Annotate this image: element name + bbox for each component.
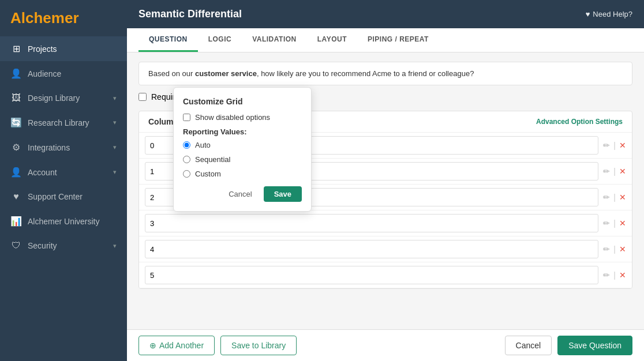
sidebar-item-account[interactable]: 👤 Account ▾ bbox=[0, 160, 127, 185]
sidebar-item-label: Design Library bbox=[28, 93, 107, 103]
university-icon: 📊 bbox=[10, 216, 22, 227]
chevron-icon: ▾ bbox=[113, 119, 117, 126]
sidebar-item-security[interactable]: 🛡 Security ▾ bbox=[0, 234, 127, 258]
radio-sequential[interactable] bbox=[183, 156, 190, 163]
delete-icon[interactable]: ✕ bbox=[619, 193, 626, 202]
chevron-icon: ▾ bbox=[113, 95, 117, 102]
edit-icon[interactable]: ✏ bbox=[603, 245, 610, 254]
cg-radio-auto: Auto bbox=[183, 141, 302, 149]
cg-save-button[interactable]: Save bbox=[264, 186, 302, 202]
need-help-button[interactable]: ♥ Need Help? bbox=[586, 10, 632, 18]
col-input-3[interactable] bbox=[145, 214, 598, 232]
sidebar-item-label: Alchemer University bbox=[28, 217, 117, 226]
sidebar-item-label: Audience bbox=[28, 69, 117, 78]
radio-sequential-label: Sequential bbox=[195, 155, 230, 164]
col-row-4: ✏ | ✕ bbox=[139, 236, 632, 262]
radio-auto-label: Auto bbox=[195, 141, 211, 149]
heart-icon: ♥ bbox=[586, 10, 590, 18]
separator-icon: | bbox=[613, 219, 616, 228]
col-actions-3: ✏ | ✕ bbox=[603, 219, 626, 228]
separator-icon: | bbox=[613, 193, 616, 202]
sidebar-item-label: Support Center bbox=[28, 192, 117, 201]
radio-auto[interactable] bbox=[183, 141, 190, 149]
chevron-icon: ▾ bbox=[113, 144, 117, 151]
cg-radio-custom: Custom bbox=[183, 170, 302, 178]
sidebar-item-label: Integrations bbox=[28, 143, 107, 152]
edit-icon[interactable]: ✏ bbox=[603, 270, 610, 280]
sidebar-item-label: Research Library bbox=[28, 118, 107, 127]
app-logo: Alchemer bbox=[0, 0, 127, 36]
separator-icon: | bbox=[613, 141, 616, 150]
sd-tabs: QUESTION LOGIC VALIDATION LAYOUT PIPING … bbox=[127, 28, 644, 52]
cg-title: Customize Grid bbox=[183, 97, 302, 106]
design-library-icon: 🖼 bbox=[10, 93, 22, 103]
separator-icon: | bbox=[613, 167, 616, 176]
separator-icon: | bbox=[613, 245, 616, 254]
sidebar-nav: ⊞ Projects 👤 Audience 🖼 Design Library ▾… bbox=[0, 36, 127, 361]
require-checkbox[interactable] bbox=[138, 93, 147, 101]
advanced-option-settings-link[interactable]: Advanced Option Settings bbox=[536, 118, 623, 126]
sd-tab-layout[interactable]: LAYOUT bbox=[307, 28, 357, 52]
separator-icon: | bbox=[613, 270, 616, 280]
sd-cancel-button[interactable]: Cancel bbox=[505, 336, 552, 355]
show-disabled-label: Show disabled options bbox=[195, 113, 270, 122]
sidebar-item-support-center[interactable]: ♥ Support Center bbox=[0, 185, 127, 209]
sd-save-to-library-button[interactable]: Save to Library bbox=[220, 336, 297, 355]
col-input-4[interactable] bbox=[145, 240, 598, 258]
sd-save-question-button[interactable]: Save Question bbox=[557, 336, 632, 355]
sidebar-item-label: Account bbox=[28, 168, 107, 177]
edit-icon[interactable]: ✏ bbox=[603, 167, 610, 176]
chevron-icon: ▾ bbox=[113, 242, 117, 250]
sidebar-item-design-library[interactable]: 🖼 Design Library ▾ bbox=[0, 86, 127, 110]
customize-grid-popup: Customize Grid Show disabled options Rep… bbox=[173, 87, 312, 212]
sidebar-item-audience[interactable]: 👤 Audience bbox=[0, 61, 127, 86]
sidebar-item-integrations[interactable]: ⚙ Integrations ▾ bbox=[0, 135, 127, 160]
account-icon: 👤 bbox=[10, 167, 22, 178]
show-disabled-checkbox[interactable] bbox=[183, 114, 190, 121]
cg-cancel-button[interactable]: Cancel bbox=[222, 186, 259, 202]
delete-icon[interactable]: ✕ bbox=[619, 219, 626, 228]
col-input-5[interactable] bbox=[145, 266, 598, 284]
integrations-icon: ⚙ bbox=[10, 142, 22, 153]
plus-icon: ⊕ bbox=[149, 341, 156, 350]
sidebar-item-alchemer-university[interactable]: 📊 Alchemer University bbox=[0, 209, 127, 234]
sd-header: Semantic Differential ♥ Need Help? bbox=[127, 0, 644, 28]
security-icon: 🛡 bbox=[10, 240, 22, 251]
delete-icon[interactable]: ✕ bbox=[619, 167, 626, 176]
sd-tab-logic[interactable]: LOGIC bbox=[198, 28, 242, 52]
sd-add-another-button[interactable]: ⊕ Add Another bbox=[138, 336, 215, 355]
col-actions-5: ✏ | ✕ bbox=[603, 270, 626, 280]
sd-tab-piping-repeat[interactable]: PIPING / REPEAT bbox=[357, 28, 439, 52]
col-actions-4: ✏ | ✕ bbox=[603, 245, 626, 254]
cg-actions: Cancel Save bbox=[183, 186, 302, 202]
col-row-5: ✏ | ✕ bbox=[139, 262, 632, 288]
radio-custom[interactable] bbox=[183, 170, 190, 178]
support-center-icon: ♥ bbox=[10, 191, 22, 202]
sidebar-item-projects[interactable]: ⊞ Projects bbox=[0, 36, 127, 61]
research-library-icon: 🔄 bbox=[10, 117, 22, 128]
sd-tab-validation[interactable]: VALIDATION bbox=[242, 28, 307, 52]
sd-bottom-bar: ⊕ Add Another Save to Library Cancel Sav… bbox=[127, 329, 644, 361]
edit-icon[interactable]: ✏ bbox=[603, 193, 610, 202]
radio-custom-label: Custom bbox=[195, 170, 221, 178]
sidebar: Alchemer ⊞ Projects 👤 Audience 🖼 Design … bbox=[0, 0, 127, 361]
delete-icon[interactable]: ✕ bbox=[619, 245, 626, 254]
audience-icon: 👤 bbox=[10, 68, 22, 79]
sidebar-item-research-library[interactable]: 🔄 Research Library ▾ bbox=[0, 110, 127, 135]
col-actions-0: ✏ | ✕ bbox=[603, 141, 626, 150]
reporting-values-label: Reporting Values: bbox=[183, 127, 302, 136]
col-actions-1: ✏ | ✕ bbox=[603, 167, 626, 176]
main-content: BUILD STYLE TEST SHARE We would like to … bbox=[127, 0, 644, 361]
delete-icon[interactable]: ✕ bbox=[619, 141, 626, 150]
cg-radio-sequential: Sequential bbox=[183, 155, 302, 164]
edit-icon[interactable]: ✏ bbox=[603, 219, 610, 228]
semantic-differential-panel: Semantic Differential ♥ Need Help? QUEST… bbox=[127, 0, 644, 361]
col-row-3: ✏ | ✕ bbox=[139, 210, 632, 236]
sidebar-item-label: Projects bbox=[28, 44, 117, 54]
sd-tab-question[interactable]: QUESTION bbox=[138, 28, 198, 52]
edit-icon[interactable]: ✏ bbox=[603, 141, 610, 150]
cg-show-disabled-row: Show disabled options bbox=[183, 113, 302, 122]
sd-content: Based on our customer service, how likel… bbox=[127, 52, 644, 329]
delete-icon[interactable]: ✕ bbox=[619, 270, 626, 280]
sd-title: Semantic Differential bbox=[138, 8, 242, 20]
